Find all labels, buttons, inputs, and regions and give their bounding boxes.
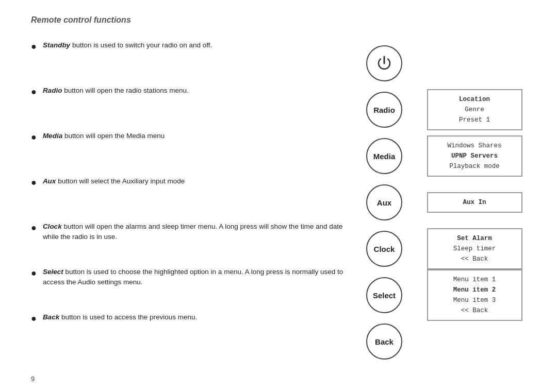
bullet-radio: ● <box>31 87 37 97</box>
screen-line: Sleep timer <box>433 244 516 254</box>
buttons-col: RadioMediaAuxClockSelectBack <box>356 40 413 365</box>
desc-text-radio: Radio button will open the radio station… <box>43 86 189 96</box>
desc-item-back: ●Back button is used to access the previ… <box>31 312 346 343</box>
btn-select[interactable]: Select <box>366 277 402 313</box>
btn-clock[interactable]: Clock <box>366 231 402 267</box>
bullet-aux: ● <box>31 177 37 188</box>
screen-radio: LocationGenrePreset 1 <box>427 89 522 130</box>
screen-line: Menu item 2 <box>433 285 516 295</box>
screen-select: Menu item 1Menu item 2Menu item 3<< Back <box>427 269 522 321</box>
btn-wrapper-back: Back <box>356 318 413 365</box>
bullet-back: ● <box>31 313 37 324</box>
screens-col: LocationGenrePreset 1Windows SharesUPNP … <box>423 40 526 365</box>
screen-line: Genre <box>433 105 516 115</box>
desc-item-standby: ●Standby button is used to switch your r… <box>31 40 346 71</box>
screen-wrapper-aux: Aux In <box>423 179 526 226</box>
descriptions-col: ●Standby button is used to switch your r… <box>31 40 356 365</box>
btn-wrapper-radio: Radio <box>356 87 413 133</box>
screen-line: Preset 1 <box>433 115 516 125</box>
btn-radio[interactable]: Radio <box>366 92 402 128</box>
btn-wrapper-clock: Clock <box>356 226 413 272</box>
desc-item-clock: ●Clock button will open the alarms and s… <box>31 221 346 252</box>
screen-line: Windows Shares <box>433 141 516 151</box>
screen-clock: Set AlarmSleep timer<< Back <box>427 228 522 269</box>
desc-item-media: ●Media button will open the Media menu <box>31 131 346 162</box>
desc-item-select: ●Select button is used to choose the hig… <box>31 267 346 298</box>
desc-text-aux: Aux button will select the Auxiliary inp… <box>43 176 185 186</box>
screen-line: << Back <box>433 254 516 264</box>
desc-text-standby: Standby button is used to switch your ra… <box>43 40 212 50</box>
screen-wrapper-select: Menu item 1Menu item 2Menu item 3<< Back <box>423 272 526 318</box>
desc-text-select: Select button is used to choose the high… <box>43 267 346 288</box>
screen-wrapper-media: Windows SharesUPNP ServersPlayback mode <box>423 133 526 179</box>
btn-standby[interactable] <box>366 45 402 81</box>
page-number: 9 <box>31 375 526 383</box>
bullet-media: ● <box>31 132 37 143</box>
desc-item-aux: ●Aux button will select the Auxiliary in… <box>31 176 346 207</box>
page-title: Remote control functions <box>31 15 526 25</box>
screen-line: Location <box>433 94 516 105</box>
desc-text-media: Media button will open the Media menu <box>43 131 165 141</box>
btn-wrapper-media: Media <box>356 133 413 179</box>
btn-aux[interactable]: Aux <box>366 184 402 220</box>
screen-line: Menu item 1 <box>433 275 516 285</box>
btn-wrapper-standby <box>356 40 413 87</box>
btn-media[interactable]: Media <box>366 138 402 174</box>
btn-wrapper-select: Select <box>356 272 413 318</box>
bullet-clock: ● <box>31 223 37 233</box>
screen-wrapper-clock: Set AlarmSleep timer<< Back <box>423 226 526 272</box>
screen-line: Set Alarm <box>433 233 516 244</box>
screen-line: << Back <box>433 305 516 316</box>
screen-line: Menu item 3 <box>433 295 516 305</box>
btn-wrapper-aux: Aux <box>356 179 413 226</box>
desc-text-back: Back button is used to access the previo… <box>43 312 197 322</box>
bullet-select: ● <box>31 268 37 279</box>
desc-text-clock: Clock button will open the alarms and sl… <box>43 221 346 243</box>
screen-media: Windows SharesUPNP ServersPlayback mode <box>427 135 522 177</box>
screen-wrapper-back <box>423 318 526 365</box>
screen-aux: Aux In <box>427 192 522 213</box>
screen-line: Aux In <box>433 197 516 208</box>
screen-wrapper-radio: LocationGenrePreset 1 <box>423 87 526 133</box>
desc-item-radio: ●Radio button will open the radio statio… <box>31 86 346 116</box>
content-area: ●Standby button is used to switch your r… <box>31 40 526 365</box>
btn-back[interactable]: Back <box>366 323 402 360</box>
screen-wrapper-standby <box>423 40 526 87</box>
screen-line: UPNP Servers <box>433 151 516 161</box>
screen-line: Playback mode <box>433 161 516 172</box>
bullet-standby: ● <box>31 41 37 52</box>
